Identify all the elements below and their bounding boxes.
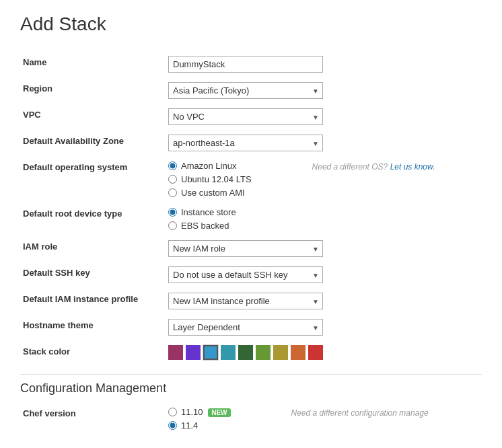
ssh-key-select-wrapper: Do not use a default SSH key Use a defau… — [168, 266, 323, 283]
name-row: Name — [20, 51, 482, 77]
color-swatch-9[interactable] — [308, 345, 323, 360]
chef-version-label-1110: 11.10 NEW — [181, 407, 231, 417]
os-option-ubuntu: Ubuntu 12.04 LTS — [168, 174, 252, 184]
iam-profile-select[interactable]: New IAM instance profile Existing IAM in… — [168, 293, 323, 309]
os-radio-ubuntu[interactable] — [168, 175, 177, 184]
az-row: Default Availability Zone ap-northeast-1… — [20, 130, 482, 156]
chef-version-radio-group: 11.10 NEW 11.4 — [168, 407, 231, 431]
ssh-key-row: Default SSH key Do not use a default SSH… — [20, 262, 482, 288]
vpc-select-wrapper: No VPC Default VPC ▼ — [168, 108, 323, 125]
iam-profile-select-wrapper: New IAM instance profile Existing IAM in… — [168, 293, 323, 309]
stack-color-label: Stack color — [20, 340, 162, 365]
root-device-instance: Instance store — [168, 207, 479, 217]
iam-role-label: IAM role — [20, 235, 162, 262]
chef-hint-text: Need a different configuration manage — [271, 408, 429, 418]
az-label: Default Availability Zone — [20, 130, 162, 156]
vpc-select[interactable]: No VPC Default VPC — [168, 108, 323, 125]
ssh-key-select[interactable]: Do not use a default SSH key Use a defau… — [168, 266, 323, 283]
os-label-amazon[interactable]: Amazon Linux — [181, 161, 236, 171]
color-swatch-3[interactable] — [203, 345, 218, 360]
color-swatch-6[interactable] — [256, 345, 271, 360]
chef-version-radio-1110[interactable] — [168, 408, 177, 416]
root-device-row: Default root device type Instance store … — [20, 202, 482, 235]
chef-version-row: Chef version 11.10 NEW — [20, 402, 482, 435]
config-form: Chef version 11.10 NEW — [20, 402, 482, 435]
vpc-label: VPC — [20, 104, 162, 130]
region-select-wrapper: Asia Pacific (Tokyo) US East (N. Virgini… — [168, 82, 323, 99]
root-device-label-instance[interactable]: Instance store — [181, 207, 236, 217]
root-device-radio-group: Instance store EBS backed — [168, 207, 479, 231]
os-option-amazon: Amazon Linux — [168, 161, 252, 171]
iam-profile-row: Default IAM instance profile New IAM ins… — [20, 288, 482, 314]
add-stack-form: Name Region Asia Pacific (Tokyo) US East… — [20, 51, 482, 365]
region-select[interactable]: Asia Pacific (Tokyo) US East (N. Virgini… — [168, 82, 323, 99]
iam-role-select-wrapper: New IAM role Existing IAM role ▼ — [168, 240, 323, 257]
os-label-custom[interactable]: Use custom AMI — [181, 188, 245, 198]
os-radio-group: Amazon Linux Ubuntu 12.04 LTS Use custom… — [168, 161, 252, 198]
vpc-row: VPC No VPC Default VPC ▼ — [20, 104, 482, 130]
name-input[interactable] — [168, 56, 323, 73]
os-row: Default operating system Amazon Linux Ub… — [20, 156, 482, 202]
section-divider — [20, 374, 482, 375]
os-radio-custom[interactable] — [168, 188, 177, 197]
chef-version-11-4: 11.4 — [168, 420, 231, 431]
color-swatch-8[interactable] — [291, 345, 306, 360]
hostname-select-wrapper: Layer Dependent AWS Random ▼ — [168, 319, 323, 336]
chef-version-radio-114[interactable] — [168, 421, 177, 430]
root-device-ebs: EBS backed — [168, 221, 479, 231]
iam-profile-label: Default IAM instance profile — [20, 288, 162, 314]
root-device-label-ebs[interactable]: EBS backed — [181, 221, 229, 231]
root-device-radio-ebs[interactable] — [168, 221, 177, 230]
ssh-key-label: Default SSH key — [20, 262, 162, 288]
root-device-radio-instance[interactable] — [168, 208, 177, 217]
stack-color-row: Stack color — [20, 340, 482, 365]
os-label: Default operating system — [20, 156, 162, 202]
iam-role-select[interactable]: New IAM role Existing IAM role — [168, 240, 323, 257]
az-select-wrapper: ap-northeast-1a ap-northeast-1b ap-north… — [168, 135, 323, 151]
region-label: Region — [20, 77, 162, 104]
region-row: Region Asia Pacific (Tokyo) US East (N. … — [20, 77, 482, 104]
chef-version-text-1110: 11.10 — [181, 407, 203, 417]
page-container: Add Stack Name Region Asia Pacific (Toky… — [0, 0, 502, 448]
page-title: Add Stack — [20, 13, 482, 35]
hostname-select[interactable]: Layer Dependent AWS Random — [168, 319, 323, 336]
os-label-ubuntu[interactable]: Ubuntu 12.04 LTS — [181, 174, 252, 184]
chef-hint-static: Need a different configuration manage — [291, 408, 429, 418]
chef-version-badge-new: NEW — [208, 408, 230, 417]
name-label: Name — [20, 51, 162, 77]
color-swatch-1[interactable] — [168, 345, 183, 360]
color-swatch-row — [168, 345, 479, 360]
color-swatch-7[interactable] — [273, 345, 288, 360]
chef-version-11-10: 11.10 NEW — [168, 407, 231, 417]
chef-version-label: Chef version — [20, 402, 162, 435]
os-radio-amazon[interactable] — [168, 161, 177, 170]
az-select[interactable]: ap-northeast-1a ap-northeast-1b ap-north… — [168, 135, 323, 151]
os-option-custom: Use custom AMI — [168, 188, 252, 198]
os-hint-link[interactable]: Let us know. — [390, 162, 435, 172]
chef-version-label-114: 11.4 — [181, 420, 198, 431]
hostname-row: Hostname theme Layer Dependent AWS Rando… — [20, 314, 482, 340]
color-swatch-4[interactable] — [221, 345, 236, 360]
root-device-label: Default root device type — [20, 202, 162, 235]
os-hint-static: Need a different OS? — [312, 162, 388, 172]
os-hint-text: Need a different OS? Let us know. — [292, 162, 435, 172]
config-section-title: Configuration Management — [20, 381, 482, 396]
color-swatch-5[interactable] — [238, 345, 253, 360]
color-swatch-2[interactable] — [186, 345, 201, 360]
hostname-label: Hostname theme — [20, 314, 162, 340]
iam-role-row: IAM role New IAM role Existing IAM role … — [20, 235, 482, 262]
